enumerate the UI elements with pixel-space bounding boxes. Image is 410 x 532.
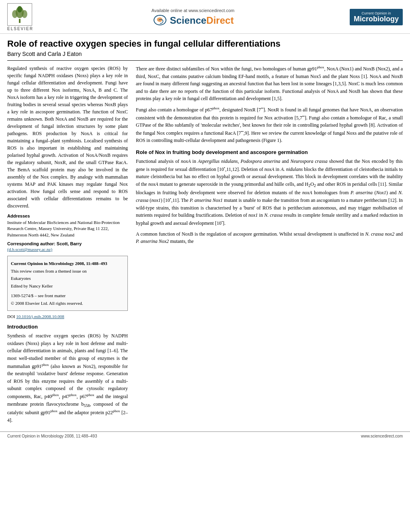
s2-italic-1: noxA xyxy=(181,158,191,164)
abstract-text: Regulated synthesis of reactive oxygen s… xyxy=(7,65,128,210)
info-line3: Edited by Nancy Keller xyxy=(11,283,124,290)
s2-italic-13: P. anserina Nox1 xyxy=(190,197,223,203)
intro-text-4: , p67 xyxy=(77,394,87,399)
doi-link[interactable]: 10.1016/j.mib.2008.10.008 xyxy=(16,314,64,319)
section2-heading: Role of Nox in fruiting body development… xyxy=(136,149,403,155)
right-column: There are three distinct subfamilies of … xyxy=(136,65,403,427)
intro-sub-1: 558 xyxy=(84,403,90,408)
s2-text-19: in xyxy=(258,212,264,218)
s2p2-italic-1: N. crassa nox2 xyxy=(365,231,394,237)
journal-badge: Current Opinion in Microbiology xyxy=(350,9,403,26)
s2-italic-2: Aspergillus nidulans xyxy=(198,158,238,164)
intro-sup-1: phox xyxy=(41,363,49,367)
rc-sup-1: phox xyxy=(317,65,324,69)
s2-text-6: ,11,12]. Deletion of xyxy=(225,166,264,172)
introduction-paragraph: Synthesis of reactive oxygen species (RO… xyxy=(7,332,128,424)
page-header: ELSEVIER Available online at www.science… xyxy=(0,0,410,34)
doi-section: DOI 10.1016/j.mib.2008.10.008 xyxy=(7,314,128,319)
corresponding-email: (d.b.scott@massey.ac.nz) xyxy=(7,247,128,252)
sciencedirect-branding: Available online at www.sciencedirect.co… xyxy=(152,8,234,27)
svg-point-2 xyxy=(12,10,18,18)
footer-left: Current Opinion in Microbiology 2008, 11… xyxy=(7,434,97,438)
sd-wordmark: ScienceDirect xyxy=(170,15,234,26)
sd-logo-icon xyxy=(152,14,168,27)
s2-italic-10: Nox1 xyxy=(376,190,386,195)
section2-paragraph-2: A common function of NoxB is the regulat… xyxy=(136,230,403,245)
rc2-text-2: , designated NoxR [7 xyxy=(219,107,261,113)
s2-text-10: O xyxy=(310,181,314,187)
article-title-section: Role of reactive oxygen species in funga… xyxy=(7,34,403,61)
publisher-logo: ELSEVIER xyxy=(7,3,55,31)
s2-text-14: ) and xyxy=(386,190,398,195)
address-text: Institute of Molecular BioSciences and N… xyxy=(7,220,128,238)
right-col-paragraph-2: Fungi also contain a homologue of p67pho… xyxy=(136,106,403,144)
s2-italic-3: Podospora anserina xyxy=(241,158,281,164)
s2-text-21: ]. xyxy=(223,220,226,226)
s2-text-17: ,11]. The xyxy=(171,197,190,203)
article-title: Role of reactive oxygen species in funga… xyxy=(7,39,403,49)
s2-italic-14: nox1 xyxy=(248,212,258,218)
article-body: Regulated synthesis of reactive oxygen s… xyxy=(7,65,403,427)
info-journal: Current Opinion in Microbiology 2008, 11… xyxy=(11,260,124,267)
rc-text-1: There are three distinct subfamilies of … xyxy=(136,66,317,72)
svg-point-3 xyxy=(22,10,27,18)
journal-badge-area: Current Opinion in Microbiology xyxy=(330,9,403,26)
s2-italic-12: nox1 xyxy=(151,197,160,203)
main-content: Role of reactive oxygen species in funga… xyxy=(0,34,410,427)
s2p2-text-3: mutants, the xyxy=(169,238,194,244)
intro-text-7: and the adaptor protein p22 xyxy=(57,410,113,415)
right-col-paragraph-1: There are three distinct subfamilies of … xyxy=(136,65,403,103)
section2-paragraph-1: Functional analysis of noxA in Aspergill… xyxy=(136,158,403,227)
intro-sup-3: phox xyxy=(70,393,77,397)
corresponding-label: Corresponding author: Scott, Barry xyxy=(7,241,128,246)
introduction-heading: Introduction xyxy=(7,324,128,330)
intro-sup-2: phox xyxy=(52,393,59,397)
email-link[interactable]: (d.b.scott@massey.ac.nz) xyxy=(7,247,52,252)
s2-text-9: mutant to generate superoxide in the you… xyxy=(158,181,309,187)
elsevier-tree-icon xyxy=(8,5,31,24)
s2-text-12: homologues from xyxy=(312,190,351,195)
intro-sup-5: phox xyxy=(50,409,57,413)
page-footer: Current Opinion in Microbiology 2008, 11… xyxy=(0,431,410,440)
s2-italic-6: A. nidulans xyxy=(281,166,303,172)
journal-badge-title-text: Microbiology xyxy=(354,15,399,23)
s2-text-7: in xyxy=(274,166,281,172)
info-copyright: © 2008 Elsevier Ltd. All rights reserved… xyxy=(11,300,124,307)
s2-italic-5: noxA xyxy=(264,166,275,172)
s2-italic-9: P. anserina xyxy=(351,190,373,195)
left-column: Regulated synthesis of reactive oxygen s… xyxy=(7,65,128,427)
info-box: Current Opinion in Microbiology 2008, 11… xyxy=(7,256,128,311)
article-authors: Barry Scott and Carla J Eaton xyxy=(7,51,403,57)
section2-heading-text: Role of Nox in fruiting body development… xyxy=(136,149,308,155)
s2p2-italic-2: P. anserina Nox2 xyxy=(136,238,169,244)
intro-sup-4: phox xyxy=(87,393,94,397)
available-online-text: Available online at www.sciencedirect.co… xyxy=(152,8,234,13)
corresponding-author-section: Corresponding author: Scott, Barry (d.b.… xyxy=(7,241,128,252)
intro-sup-6: phox xyxy=(113,409,120,413)
s2-italic-4: Neurospora crassa xyxy=(291,158,328,164)
address-box: Addresses Institute of Molecular BioScie… xyxy=(7,214,128,238)
sciencedirect-logo: ScienceDirect xyxy=(152,14,234,27)
s2-text-4: and xyxy=(280,158,290,164)
svg-rect-0 xyxy=(19,19,20,23)
doi-label: DOI xyxy=(7,314,15,319)
s2-text-13: ( xyxy=(373,190,376,195)
info-line1: This review comes from a themed issue on xyxy=(11,268,124,275)
s2-text-2: in xyxy=(191,158,198,164)
svg-point-4 xyxy=(17,6,22,12)
rc2-text-1: Fungi also contain a homologue of p67 xyxy=(136,107,212,113)
s2-text-16: ) [10 xyxy=(161,197,170,203)
intro-text-3: , p47 xyxy=(59,394,70,399)
elsevier-logo-box xyxy=(7,3,32,26)
s2p2-text-2: and xyxy=(394,231,403,237)
s2-italic-15: N. crassa xyxy=(264,212,283,218)
footer-right: www.sciencedirect.com xyxy=(361,434,403,438)
rc2-sup-1: phox xyxy=(212,106,219,110)
s2-text-3: , xyxy=(238,158,241,164)
s2-italic-7: noxA xyxy=(148,181,158,187)
info-line2: Eukaryotes xyxy=(11,275,124,282)
s2-italic-8: noxA xyxy=(302,190,312,195)
s2p2-text-1: A common function of NoxB is the regulat… xyxy=(136,231,365,237)
s2-text-1: Functional analysis of xyxy=(136,158,181,164)
address-label: Addresses xyxy=(7,214,128,218)
